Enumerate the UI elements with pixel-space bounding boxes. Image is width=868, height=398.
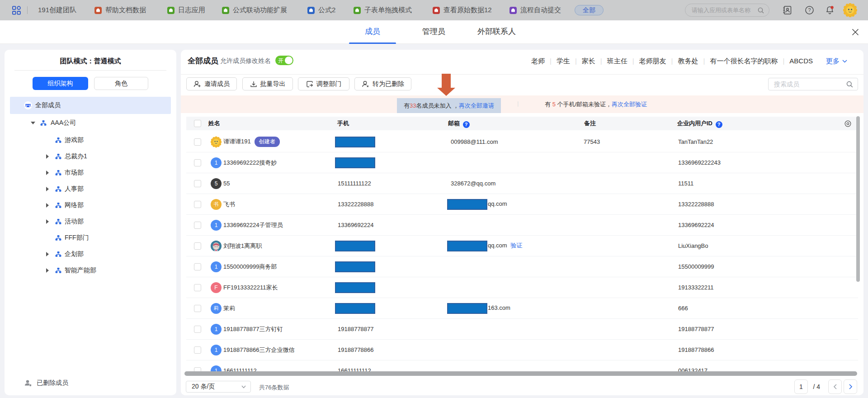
svg-text:?: ? [808, 7, 811, 13]
